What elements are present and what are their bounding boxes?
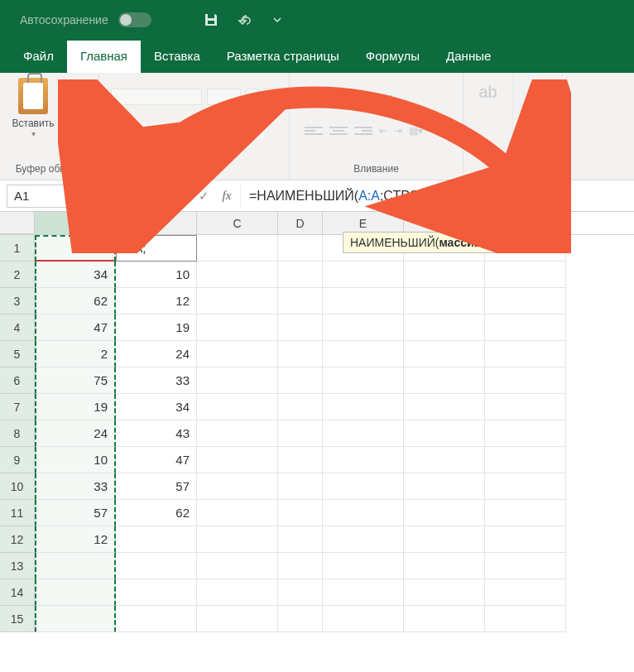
cell[interactable]: 33 [116,367,197,394]
cell[interactable] [278,606,323,632]
copy-icon[interactable]: ⧉ [63,98,81,113]
cell[interactable]: 12 [35,526,116,553]
undo-icon[interactable] [234,10,254,30]
font-color-button[interactable]: A▾ [243,122,264,139]
row-header[interactable]: 3 [0,288,35,314]
align-right-icon[interactable] [354,123,372,138]
row-header[interactable]: 9 [0,447,35,473]
cell[interactable] [404,553,485,579]
cell[interactable] [323,606,404,632]
cell[interactable] [404,606,485,632]
select-all-corner[interactable] [0,212,35,234]
cut-icon[interactable]: ✂ [63,78,81,93]
cell[interactable]: 34 [116,394,197,420]
cell[interactable] [278,526,323,553]
cell[interactable]: 2 [35,341,116,367]
cell[interactable]: A:A; [116,235,197,262]
cell[interactable] [323,500,404,526]
cell[interactable]: 57 [35,500,116,526]
cell[interactable] [197,288,278,314]
cell[interactable] [197,235,278,262]
spreadsheet-grid[interactable]: 143A:A;234103621244719522467533719348244… [0,235,634,632]
cell[interactable] [278,314,323,341]
row-header[interactable]: 13 [0,553,35,579]
cell[interactable] [485,262,566,288]
confirm-icon[interactable]: ✓ [194,186,214,206]
fx-icon[interactable]: fx [217,186,237,206]
cell[interactable]: 34 [35,262,116,288]
qat-dropdown-icon[interactable] [267,10,287,30]
cell[interactable] [197,553,278,579]
col-header-c[interactable]: C [197,212,278,234]
cell[interactable] [404,341,485,367]
tab-home[interactable]: Главная [67,41,141,73]
cell[interactable] [278,447,323,473]
wrap-text-button[interactable]: ab [472,76,504,151]
cell[interactable] [278,579,323,606]
cell[interactable]: 62 [116,500,197,526]
cell[interactable] [404,473,485,500]
row-header[interactable]: 1 [0,235,35,262]
row-header[interactable]: 14 [0,579,35,606]
cell[interactable] [197,341,278,367]
cell[interactable] [116,553,197,579]
cell[interactable] [116,579,197,606]
cell[interactable]: 24 [35,420,116,447]
tab-layout[interactable]: Разметка страницы [214,41,353,73]
cell[interactable] [485,341,566,367]
cell[interactable] [404,314,485,341]
tab-formulas[interactable]: Формулы [353,41,433,73]
cell[interactable] [323,420,404,447]
align-left-icon[interactable] [305,123,323,138]
cell[interactable] [485,553,566,579]
align-top-icon[interactable] [305,89,323,104]
cell[interactable] [278,553,323,579]
dropdown-icon[interactable]: ▾ [132,186,151,206]
cell[interactable] [323,473,404,500]
cell[interactable] [278,341,323,367]
cell[interactable] [197,606,278,632]
row-header[interactable]: 2 [0,262,35,288]
cell[interactable]: 47 [35,314,116,341]
cell[interactable]: 57 [116,473,197,500]
cell[interactable]: 75 [35,367,116,394]
cell[interactable] [485,579,566,606]
cell[interactable] [485,606,566,632]
cell[interactable] [278,394,323,420]
cell[interactable] [197,447,278,473]
cell[interactable]: 19 [116,314,197,341]
col-header-e[interactable]: E [323,212,404,234]
cell[interactable] [323,526,404,553]
cell[interactable]: 33 [35,473,116,500]
cell[interactable] [485,447,566,473]
row-header[interactable]: 15 [0,606,35,632]
cell[interactable]: 62 [35,288,116,314]
row-header[interactable]: 4 [0,314,35,341]
cell[interactable]: 10 [35,447,116,473]
cell[interactable] [404,526,485,553]
cell[interactable] [197,500,278,526]
cell[interactable]: 24 [116,341,197,367]
cancel-icon[interactable]: ✕ [171,186,190,206]
tab-data[interactable]: Данные [433,41,504,73]
cell[interactable] [116,606,197,632]
cell[interactable] [35,606,116,632]
cell[interactable] [197,314,278,341]
cell[interactable] [197,394,278,420]
cell[interactable] [278,288,323,314]
fill-color-button[interactable]: ◆▾ [217,122,238,139]
cell[interactable] [323,394,404,420]
cell[interactable] [485,314,566,341]
row-header[interactable]: 10 [0,473,35,500]
cell[interactable] [323,314,404,341]
row-header[interactable]: 6 [0,367,35,394]
cell[interactable] [197,420,278,447]
border-button[interactable]: ▭▾ [189,122,212,139]
cell[interactable] [116,526,197,553]
format-painter-icon[interactable]: 🖌 [63,118,81,132]
cell[interactable] [404,262,485,288]
align-center-icon[interactable] [329,123,348,138]
cell[interactable] [278,500,323,526]
cell[interactable] [323,341,404,367]
col-header-b[interactable]: B [116,212,197,234]
